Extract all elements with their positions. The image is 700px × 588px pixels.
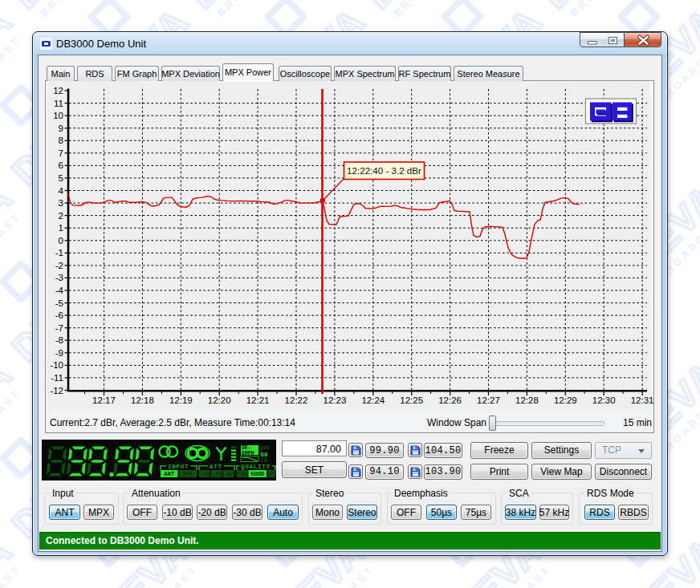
svg-text:LOW: LOW bbox=[238, 472, 247, 477]
svg-text:HI: HI bbox=[268, 472, 275, 477]
svg-text:ANT: ANT bbox=[164, 471, 175, 477]
svg-text:INPUT: INPUT bbox=[168, 464, 189, 470]
svg-text:GOOD: GOOD bbox=[250, 471, 265, 477]
svg-text:QUALITY: QUALITY bbox=[241, 464, 271, 470]
svg-text:ATT: ATT bbox=[210, 464, 222, 470]
svg-text:MPX: MPX bbox=[183, 471, 194, 477]
svg-text:-20: -20 bbox=[212, 471, 222, 477]
svg-text:75: 75 bbox=[261, 457, 268, 464]
svg-text:-10: -10 bbox=[200, 471, 210, 477]
svg-text:EMPH: EMPH bbox=[242, 451, 254, 456]
svg-text:-30: -30 bbox=[224, 471, 234, 477]
